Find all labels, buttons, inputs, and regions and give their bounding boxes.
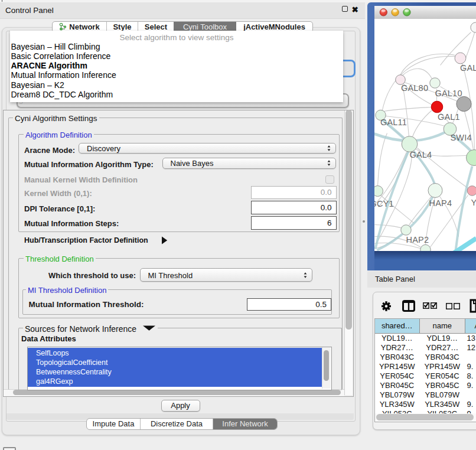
svg-text:HAP2: HAP2 xyxy=(406,234,429,244)
svg-text:GCY1: GCY1 xyxy=(374,198,394,208)
svg-text:GAL10: GAL10 xyxy=(435,88,462,97)
svg-text:HAP4: HAP4 xyxy=(429,198,452,208)
svg-text:GAL2: GAL2 xyxy=(460,63,476,72)
svg-text:GAL4: GAL4 xyxy=(409,149,432,159)
svg-text:SWI4: SWI4 xyxy=(450,132,471,142)
svg-text:GAL80: GAL80 xyxy=(401,83,428,92)
svg-text:YJL21: YJL21 xyxy=(471,197,476,207)
svg-text:GAL11: GAL11 xyxy=(380,118,407,127)
svg-text:GAL1: GAL1 xyxy=(438,112,460,121)
